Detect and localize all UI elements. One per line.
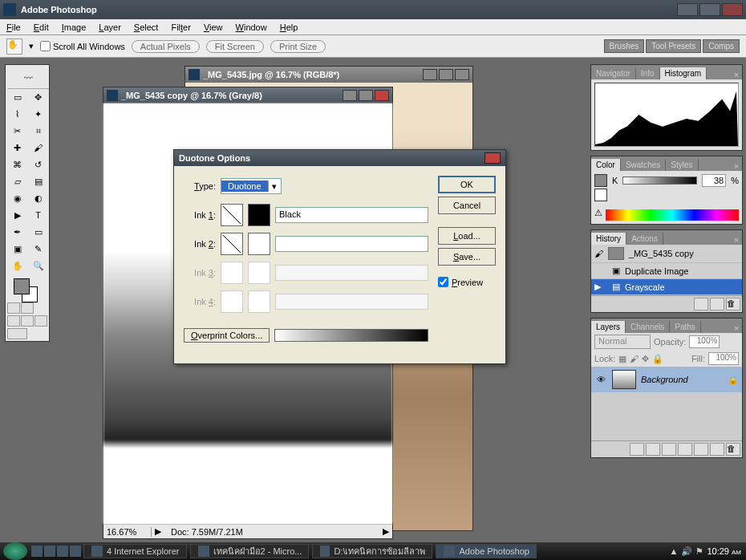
overprint-colors-button[interactable]: Overprint Colors...	[184, 328, 270, 343]
tab-styles[interactable]: Styles	[666, 159, 698, 171]
brush-tool[interactable]: 🖌	[28, 140, 48, 156]
bg-swatch-small[interactable]	[594, 189, 607, 201]
new-doc-from-state-button[interactable]	[694, 298, 708, 310]
tab-brushes[interactable]: Brushes	[604, 39, 645, 53]
tab-navigator[interactable]: Navigator	[591, 67, 636, 79]
actual-pixels-button[interactable]: Actual Pixels	[132, 40, 200, 53]
taskbar-item[interactable]: Adobe Photoshop	[436, 544, 536, 558]
zoom-field[interactable]: 16.67%	[103, 527, 152, 537]
panel-close-icon[interactable]: ×	[731, 161, 742, 171]
history-item[interactable]: ▶ ▤ Grayscale	[591, 279, 742, 295]
gradient-tool[interactable]: ▤	[28, 173, 48, 189]
start-button[interactable]	[3, 542, 27, 560]
history-item[interactable]: ▣ Duplicate Image	[591, 263, 742, 279]
panel-close-icon[interactable]: ×	[731, 323, 742, 333]
doc-back-maximize[interactable]	[439, 69, 453, 80]
tab-layers[interactable]: Layers	[591, 321, 626, 333]
group-button[interactable]	[694, 443, 708, 456]
lock-paint-icon[interactable]: 🖌	[630, 354, 639, 363]
fill-input[interactable]: 100%	[708, 352, 739, 365]
quicklaunch-icon[interactable]	[70, 546, 81, 557]
print-size-button[interactable]: Print Size	[270, 40, 326, 53]
save-button[interactable]: Save...	[438, 248, 496, 266]
close-button[interactable]	[722, 3, 743, 16]
delete-layer-button[interactable]: 🗑	[726, 443, 740, 456]
hand-tool-icon[interactable]: ✋	[6, 39, 22, 55]
menu-select[interactable]: Select	[128, 22, 165, 32]
healing-brush-tool[interactable]: ✚	[7, 140, 27, 156]
doc-front-maximize[interactable]	[359, 90, 373, 101]
dodge-tool[interactable]: ◐	[28, 190, 48, 206]
preview-checkbox[interactable]: Preview	[438, 277, 496, 287]
tab-info[interactable]: Info	[636, 67, 660, 79]
type-tool[interactable]: T	[28, 207, 48, 223]
blend-mode-select[interactable]: Normal	[594, 335, 651, 349]
screen-mode-1[interactable]	[7, 315, 20, 327]
scroll-all-input[interactable]	[40, 41, 51, 51]
blur-tool[interactable]: ◉	[7, 190, 27, 206]
ink-curve-button[interactable]	[221, 204, 243, 226]
standard-mode-button[interactable]	[7, 302, 20, 314]
doc-front-minimize[interactable]	[343, 90, 357, 101]
jump-to-imageready[interactable]	[7, 328, 27, 339]
preview-input[interactable]	[438, 277, 448, 287]
menu-help[interactable]: Help	[274, 22, 305, 32]
eraser-tool[interactable]: ▱	[7, 173, 27, 189]
visibility-icon[interactable]: 👁	[594, 375, 607, 384]
tab-histogram[interactable]: Histogram	[660, 67, 707, 79]
taskbar-item[interactable]: D:\เทคนิคการซ้อมลีลาพ	[312, 544, 432, 558]
dialog-close-button[interactable]	[484, 152, 501, 164]
eyedropper-tool[interactable]: ✎	[28, 241, 48, 257]
ink-color-swatch[interactable]	[248, 204, 270, 226]
new-snapshot-button[interactable]	[710, 298, 724, 310]
minimize-button[interactable]	[677, 3, 698, 16]
ink-curve-button[interactable]	[221, 233, 243, 255]
history-snapshot[interactable]: 🖌 _MG_5435 copy	[591, 245, 742, 263]
screen-mode-3[interactable]	[34, 315, 47, 327]
pen-tool[interactable]: ✒	[7, 224, 27, 240]
status-arrow-icon[interactable]: ▶	[152, 526, 164, 537]
slice-tool[interactable]: ⌗	[28, 123, 48, 139]
fg-swatch-small[interactable]	[594, 174, 607, 187]
history-brush-tool[interactable]: ↺	[28, 156, 48, 172]
layer-style-button[interactable]	[646, 443, 660, 456]
magic-wand-tool[interactable]: ✦	[28, 106, 48, 122]
lock-all-icon[interactable]: 🔒	[652, 354, 663, 364]
lasso-tool[interactable]: ⌇	[7, 106, 27, 122]
layer-name[interactable]: Background	[641, 375, 688, 384]
menu-file[interactable]: File	[0, 22, 27, 32]
link-layers-button[interactable]	[630, 443, 644, 456]
taskbar-item[interactable]: 4 Internet Explorer	[83, 544, 187, 558]
menu-layer[interactable]: Layer	[92, 22, 128, 32]
zoom-tool[interactable]: 🔍	[28, 258, 48, 274]
type-dropdown[interactable]: Duotone ▾	[221, 178, 282, 194]
tray-icon[interactable]: ▲	[670, 546, 679, 556]
tab-actions[interactable]: Actions	[626, 233, 663, 245]
doc-back-minimize[interactable]	[423, 69, 437, 80]
ink-name-input[interactable]	[275, 236, 428, 252]
screen-mode-2[interactable]	[21, 315, 34, 327]
opacity-input[interactable]: 100%	[689, 335, 720, 348]
foreground-color-swatch[interactable]	[14, 278, 30, 294]
cancel-button[interactable]: Cancel	[438, 197, 496, 214]
taskbar-item[interactable]: เทคนิคฝ่ามือ2 - Micro...	[190, 544, 310, 558]
tab-paths[interactable]: Paths	[670, 321, 701, 333]
path-select-tool[interactable]: ▶	[7, 207, 27, 223]
doc-front-close[interactable]	[375, 90, 389, 101]
layer-thumbnail[interactable]	[612, 370, 636, 389]
tab-comps[interactable]: Comps	[703, 39, 740, 53]
hand-tool[interactable]: ✋	[7, 258, 27, 274]
doc-front-titlebar[interactable]: _MG_5435 copy @ 16.7% (Gray/8)	[103, 87, 392, 103]
quicklaunch-icon[interactable]	[57, 546, 68, 557]
ok-button[interactable]: OK	[438, 176, 496, 193]
tray-icon[interactable]: 🔊	[681, 546, 692, 557]
clone-stamp-tool[interactable]: ⌘	[7, 156, 27, 172]
marquee-tool[interactable]: ▭	[7, 89, 27, 105]
crop-tool[interactable]: ✂	[7, 123, 27, 139]
layer-row[interactable]: 👁 Background 🔒	[591, 367, 742, 392]
doc-back-close[interactable]	[455, 69, 469, 80]
shape-tool[interactable]: ▭	[28, 224, 48, 240]
quicklaunch-icon[interactable]	[44, 546, 55, 557]
new-layer-button[interactable]	[710, 443, 724, 456]
ink-name-input[interactable]: Black	[275, 207, 428, 223]
